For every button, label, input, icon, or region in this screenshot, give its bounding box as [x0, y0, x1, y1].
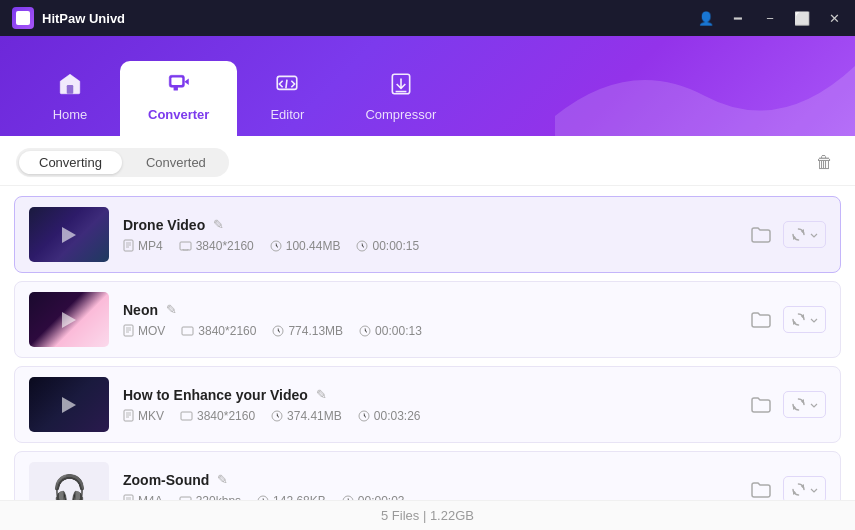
- svg-rect-2: [171, 78, 182, 86]
- meta-size: 374.41MB: [271, 409, 342, 423]
- file-info: How to Enhance your Video ✎ MKV 3840*216…: [123, 387, 733, 423]
- file-name-row: How to Enhance your Video ✎: [123, 387, 733, 403]
- meta-format: MOV: [123, 324, 165, 338]
- footer-stats: 5 Files | 1.22GB: [381, 508, 474, 523]
- close-button[interactable]: ✕: [825, 9, 843, 27]
- duration-icon: [342, 495, 354, 501]
- home-icon: [57, 71, 83, 101]
- meta-format: MP4: [123, 239, 163, 253]
- svg-rect-0: [67, 85, 74, 94]
- play-icon: [62, 227, 76, 243]
- main-content: Converting Converted 🗑 Drone Video ✎ MP4: [0, 136, 855, 530]
- folder-button[interactable]: [747, 477, 775, 501]
- converter-icon: [166, 71, 192, 101]
- meta-size: 100.44MB: [270, 239, 341, 253]
- convert-button[interactable]: [783, 221, 826, 248]
- meta-resolution: 3840*2160: [179, 239, 254, 253]
- meta-resolution: 3840*2160: [181, 324, 256, 338]
- file-name: How to Enhance your Video: [123, 387, 308, 403]
- audio-icon: 🎧: [52, 473, 87, 500]
- edit-icon[interactable]: ✎: [316, 387, 327, 402]
- meta-duration: 00:00:13: [359, 324, 422, 338]
- app-name: HitPaw Univd: [42, 11, 125, 26]
- duration-icon: [359, 325, 371, 337]
- play-icon: [62, 312, 76, 328]
- edit-icon[interactable]: ✎: [213, 217, 224, 232]
- file-actions: [747, 476, 826, 500]
- duration-icon: [356, 240, 368, 252]
- app-logo: [12, 7, 34, 29]
- delete-all-button[interactable]: 🗑: [810, 151, 839, 175]
- file-icon: [123, 409, 134, 422]
- folder-button[interactable]: [747, 392, 775, 418]
- svg-rect-7: [180, 242, 191, 250]
- edit-icon[interactable]: ✎: [166, 302, 177, 317]
- file-meta: MP4 3840*2160 100.44MB 00:00:15: [123, 239, 733, 253]
- hamburger-icon[interactable]: ━: [729, 9, 747, 27]
- svg-rect-18: [124, 495, 133, 500]
- profile-icon[interactable]: 👤: [697, 9, 715, 27]
- app-logo-inner: [16, 11, 30, 25]
- edit-icon[interactable]: ✎: [217, 472, 228, 487]
- file-info: Zoom-Sound ✎ M4A 320kbps 142.68KB: [123, 472, 733, 501]
- restore-button[interactable]: ⬜: [793, 9, 811, 27]
- footer-bar: 5 Files | 1.22GB: [0, 500, 855, 530]
- play-icon: [62, 397, 76, 413]
- tabs-container: Converting Converted: [16, 148, 229, 177]
- file-actions: [747, 391, 826, 418]
- file-meta: MOV 3840*2160 774.13MB 00:00:13: [123, 324, 733, 338]
- svg-rect-6: [124, 240, 133, 251]
- svg-rect-10: [124, 325, 133, 336]
- convert-button[interactable]: [783, 391, 826, 418]
- file-meta: MKV 3840*2160 374.41MB 00:03:26: [123, 409, 733, 423]
- file-name: Neon: [123, 302, 158, 318]
- title-bar-controls: 👤 ━ − ⬜ ✕: [697, 9, 843, 27]
- meta-format: M4A: [123, 494, 163, 501]
- files-list: Drone Video ✎ MP4 3840*2160 100.44MB: [0, 186, 855, 500]
- folder-button[interactable]: [747, 222, 775, 248]
- tab-converted[interactable]: Converted: [126, 151, 226, 174]
- file-item: How to Enhance your Video ✎ MKV 3840*216…: [14, 366, 841, 443]
- nav-item-compressor[interactable]: Compressor: [337, 61, 464, 136]
- nav-item-converter[interactable]: Converter: [120, 61, 237, 136]
- resolution-icon: [181, 325, 194, 336]
- duration-icon: [358, 410, 370, 422]
- file-icon: [123, 239, 134, 252]
- file-actions: [747, 221, 826, 248]
- meta-resolution: 320kbps: [179, 494, 241, 501]
- file-meta: M4A 320kbps 142.68KB 00:00:03: [123, 494, 733, 501]
- resolution-icon: [179, 240, 192, 251]
- meta-size: 142.68KB: [257, 494, 326, 501]
- convert-button[interactable]: [783, 476, 826, 500]
- file-name-row: Drone Video ✎: [123, 217, 733, 233]
- meta-duration: 00:00:15: [356, 239, 419, 253]
- convert-button[interactable]: [783, 306, 826, 333]
- file-icon: [123, 324, 134, 337]
- folder-button[interactable]: [747, 307, 775, 333]
- meta-size: 774.13MB: [272, 324, 343, 338]
- svg-rect-14: [124, 410, 133, 421]
- minimize-button[interactable]: −: [761, 9, 779, 27]
- svg-rect-15: [181, 412, 192, 420]
- compressor-label: Compressor: [365, 107, 436, 122]
- file-thumbnail: 🎧: [29, 462, 109, 500]
- meta-duration: 00:03:26: [358, 409, 421, 423]
- nav-item-home[interactable]: Home: [20, 61, 120, 136]
- file-icon: [123, 494, 134, 500]
- file-name-row: Neon ✎: [123, 302, 733, 318]
- file-item: Drone Video ✎ MP4 3840*2160 100.44MB: [14, 196, 841, 273]
- file-info: Neon ✎ MOV 3840*2160 774.13MB: [123, 302, 733, 338]
- nav-item-editor[interactable]: Editor: [237, 61, 337, 136]
- file-name: Drone Video: [123, 217, 205, 233]
- editor-icon: [274, 71, 300, 101]
- tab-converting[interactable]: Converting: [19, 151, 122, 174]
- converter-label: Converter: [148, 107, 209, 122]
- editor-label: Editor: [270, 107, 304, 122]
- file-thumbnail: [29, 292, 109, 347]
- file-name: Zoom-Sound: [123, 472, 209, 488]
- size-icon: [270, 240, 282, 252]
- file-actions: [747, 306, 826, 333]
- compressor-icon: [388, 71, 414, 101]
- resolution-icon: [180, 410, 193, 421]
- size-icon: [257, 495, 269, 501]
